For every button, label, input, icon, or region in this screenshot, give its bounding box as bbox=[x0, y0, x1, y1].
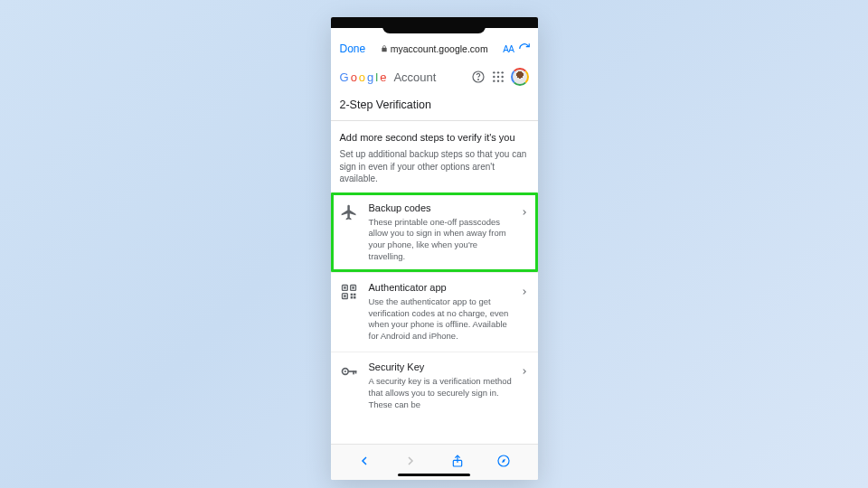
svg-point-9 bbox=[496, 80, 498, 81]
svg-point-6 bbox=[496, 76, 498, 78]
option-desc: A security key is a verification method … bbox=[369, 376, 514, 410]
safari-icon[interactable] bbox=[496, 454, 511, 472]
chevron-right-icon bbox=[520, 204, 529, 221]
url-bar[interactable]: myaccount.google.com bbox=[369, 43, 499, 54]
svg-rect-12 bbox=[344, 286, 346, 289]
option-authenticator-app[interactable]: Authenticator app Use the authenticator … bbox=[331, 272, 538, 352]
qr-icon bbox=[340, 282, 360, 343]
phone-frame: Done myaccount.google.com AA Google Acco… bbox=[331, 17, 538, 480]
svg-rect-19 bbox=[350, 296, 353, 299]
option-desc: Use the authenticator app to get verific… bbox=[369, 296, 514, 343]
svg-point-3 bbox=[496, 71, 498, 73]
home-indicator[interactable] bbox=[398, 474, 470, 477]
google-logo: Google bbox=[340, 70, 387, 84]
section-header: Add more second steps to verify it's you… bbox=[331, 121, 538, 189]
product-name: Account bbox=[393, 70, 436, 84]
svg-rect-14 bbox=[352, 286, 354, 289]
section-heading: Add more second steps to verify it's you bbox=[340, 132, 529, 143]
svg-rect-25 bbox=[354, 371, 356, 373]
svg-point-8 bbox=[493, 80, 495, 81]
done-button[interactable]: Done bbox=[340, 42, 366, 55]
content-scroll: Add more second steps to verify it's you… bbox=[331, 121, 538, 444]
text-size-button[interactable]: AA bbox=[503, 44, 514, 54]
apps-grid-icon[interactable] bbox=[491, 70, 505, 84]
avatar[interactable] bbox=[511, 68, 529, 86]
section-subtext: Set up additional backup steps so that y… bbox=[340, 148, 529, 185]
url-domain: myaccount.google.com bbox=[391, 43, 488, 54]
svg-point-22 bbox=[344, 371, 345, 372]
option-desc: These printable one-off passcodes allow … bbox=[369, 217, 514, 263]
help-icon[interactable] bbox=[471, 70, 486, 84]
google-header: Google Account bbox=[331, 62, 538, 93]
svg-rect-17 bbox=[350, 293, 353, 296]
option-security-key[interactable]: Security Key A security key is a verific… bbox=[331, 352, 538, 419]
forward-button[interactable] bbox=[403, 454, 418, 472]
option-title: Authenticator app bbox=[369, 282, 514, 293]
svg-point-7 bbox=[501, 76, 503, 78]
svg-rect-16 bbox=[344, 295, 346, 297]
airplane-icon bbox=[340, 202, 360, 263]
status-bar-notch bbox=[331, 17, 538, 28]
svg-rect-18 bbox=[354, 293, 356, 296]
chevron-right-icon bbox=[520, 363, 529, 380]
svg-point-4 bbox=[501, 71, 503, 73]
option-backup-codes[interactable]: Backup codes These printable one-off pas… bbox=[331, 192, 538, 272]
svg-rect-24 bbox=[353, 371, 354, 374]
reload-icon[interactable] bbox=[518, 42, 531, 55]
chevron-right-icon bbox=[520, 284, 529, 300]
share-button[interactable] bbox=[450, 454, 465, 472]
svg-rect-20 bbox=[354, 296, 356, 299]
svg-point-2 bbox=[493, 71, 495, 73]
back-button[interactable] bbox=[357, 454, 372, 472]
option-title: Security Key bbox=[369, 361, 514, 372]
svg-point-10 bbox=[501, 80, 503, 81]
svg-point-5 bbox=[493, 76, 495, 78]
svg-point-1 bbox=[477, 80, 478, 80]
lock-icon bbox=[381, 45, 388, 52]
page-title: 2-Step Verification bbox=[331, 93, 538, 121]
key-icon bbox=[340, 361, 360, 410]
option-title: Backup codes bbox=[369, 202, 514, 213]
